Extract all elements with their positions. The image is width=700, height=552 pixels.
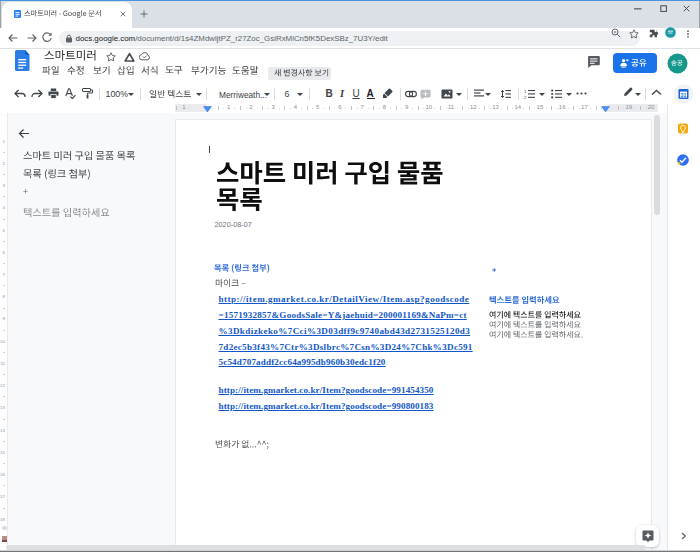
svg-text:31: 31	[681, 91, 687, 97]
svg-text:1: 1	[524, 89, 527, 94]
svg-text:2: 2	[524, 94, 527, 98]
